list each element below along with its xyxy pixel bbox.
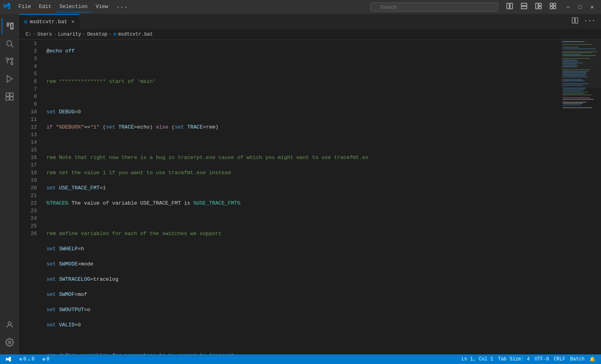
status-vscode-logo[interactable] bbox=[3, 354, 14, 364]
breadcrumb: C: › Users › Lunarity › Desktop › ⊞ msdt… bbox=[19, 29, 601, 40]
ln-4: 4 bbox=[22, 62, 37, 70]
status-position[interactable]: Ln 1, Col 1 bbox=[459, 354, 496, 364]
menu-view[interactable]: View bbox=[93, 2, 111, 12]
ln-11: 11 bbox=[22, 116, 37, 123]
ln-21: 21 bbox=[22, 192, 37, 199]
status-errors[interactable]: ⊗ 0 ⚠ 0 bbox=[17, 354, 37, 364]
split-editor-button[interactable] bbox=[569, 16, 581, 27]
svg-rect-5 bbox=[539, 3, 541, 6]
code-line-10: set USE_TRACE_FMT=1 bbox=[46, 184, 558, 192]
ln-16: 16 bbox=[22, 154, 37, 161]
breadcrumb-file-icon: ⊞ bbox=[113, 31, 117, 38]
bell-icon: 🔔 bbox=[589, 356, 595, 362]
code-line-20 bbox=[46, 336, 558, 344]
svg-point-25 bbox=[8, 341, 11, 344]
svg-marker-19 bbox=[7, 76, 12, 82]
status-encoding[interactable]: UTF-8 bbox=[532, 354, 551, 364]
main-layout: ⊞ msdtcvtr.bat × ··· C: › Users › Lunari… bbox=[0, 14, 601, 354]
svg-point-13 bbox=[6, 58, 9, 60]
activity-extensions[interactable] bbox=[2, 88, 18, 105]
tab-close-button[interactable]: × bbox=[71, 19, 75, 25]
layout-action-4[interactable] bbox=[547, 1, 559, 13]
breadcrumb-lunarity[interactable]: Lunarity bbox=[58, 32, 81, 37]
svg-rect-7 bbox=[550, 3, 553, 6]
more-actions-button[interactable]: ··· bbox=[581, 16, 598, 27]
ln-12: 12 bbox=[22, 123, 37, 131]
svg-rect-2 bbox=[521, 3, 527, 6]
breadcrumb-users[interactable]: Users bbox=[38, 32, 52, 37]
breadcrumb-desktop[interactable]: Desktop bbox=[87, 32, 107, 37]
ln-25: 25 bbox=[22, 222, 37, 230]
svg-line-12 bbox=[11, 45, 13, 47]
menu-selection[interactable]: Selection bbox=[56, 2, 91, 12]
ln-1: 1 bbox=[22, 40, 37, 47]
layout-action-2[interactable] bbox=[518, 1, 530, 13]
code-content[interactable]: @echo off rem *************** start of '… bbox=[43, 40, 561, 354]
code-line-19: set VALID=0 bbox=[46, 321, 558, 329]
activity-account[interactable] bbox=[2, 317, 18, 333]
search-container: 🔍 bbox=[370, 2, 498, 12]
editor-tab[interactable]: ⊞ msdtcvtr.bat × bbox=[19, 14, 79, 29]
titlebar-actions bbox=[503, 1, 559, 13]
error-count: 0 bbox=[23, 356, 26, 362]
menu-edit[interactable]: Edit bbox=[36, 2, 54, 12]
ln-23: 23 bbox=[22, 207, 37, 215]
layout-action-1[interactable] bbox=[503, 1, 516, 13]
ln-15: 15 bbox=[22, 146, 37, 154]
code-line-7 bbox=[46, 139, 558, 146]
breadcrumb-file[interactable]: msdtcvtr.bat bbox=[118, 32, 153, 37]
ln-24: 24 bbox=[22, 215, 37, 222]
svg-rect-26 bbox=[572, 18, 575, 23]
code-line-9: rem set the value 1 if you want to use t… bbox=[46, 169, 558, 177]
code-line-16: set SWTRACELOG=tracelog bbox=[46, 276, 558, 283]
menu-bar: File Edit Selection View ··· bbox=[15, 2, 131, 12]
ln-3: 3 bbox=[22, 55, 37, 62]
ln-6: 6 bbox=[22, 78, 37, 85]
menu-file[interactable]: File bbox=[15, 2, 34, 12]
code-line-14: set SWHELP=h bbox=[46, 245, 558, 253]
status-line-endings[interactable]: CRLF bbox=[551, 354, 568, 364]
status-tab-size[interactable]: Tab Size: 4 bbox=[496, 354, 532, 364]
status-language[interactable]: Batch bbox=[568, 354, 587, 364]
svg-rect-0 bbox=[507, 3, 509, 9]
svg-point-24 bbox=[8, 322, 11, 325]
code-line-21: rem define variables for parameters to b… bbox=[46, 352, 558, 354]
code-line-3: rem *************** start of 'main' bbox=[46, 78, 558, 85]
ln-7: 7 bbox=[22, 85, 37, 93]
ln-8: 8 bbox=[22, 93, 37, 101]
status-right: Ln 1, Col 1 Tab Size: 4 UTF-8 CRLF Batch… bbox=[459, 354, 598, 364]
search-input[interactable] bbox=[370, 2, 498, 12]
ln-18: 18 bbox=[22, 169, 37, 177]
close-button[interactable]: ✕ bbox=[587, 2, 598, 13]
code-line-1: @echo off bbox=[46, 47, 558, 55]
activity-source-control[interactable] bbox=[2, 53, 18, 69]
svg-rect-3 bbox=[521, 6, 527, 9]
layout-action-3[interactable] bbox=[532, 1, 545, 13]
error-icon: ⊗ bbox=[19, 356, 22, 362]
language-label: Batch bbox=[570, 356, 585, 362]
ln-9: 9 bbox=[22, 101, 37, 108]
warning-icon: ⚠ bbox=[27, 356, 30, 362]
status-remote[interactable]: ⊛ 0 bbox=[40, 354, 52, 364]
svg-rect-22 bbox=[6, 97, 9, 100]
ln-22: 22 bbox=[22, 199, 37, 207]
menu-more[interactable]: ··· bbox=[113, 2, 131, 12]
activity-run[interactable] bbox=[2, 71, 18, 87]
svg-rect-20 bbox=[6, 93, 9, 96]
breadcrumb-drive[interactable]: C: bbox=[26, 32, 31, 37]
minimap bbox=[561, 40, 601, 354]
svg-rect-27 bbox=[575, 18, 578, 23]
activity-search[interactable] bbox=[2, 36, 18, 52]
code-line-12 bbox=[46, 215, 558, 222]
activity-explorer[interactable] bbox=[2, 18, 18, 34]
code-line-2 bbox=[46, 62, 558, 70]
minimize-button[interactable]: ─ bbox=[563, 2, 574, 13]
status-bar: ⊗ 0 ⚠ 0 ⊛ 0 Ln 1, Col 1 Tab Size: 4 UTF-… bbox=[0, 354, 601, 364]
activity-settings[interactable] bbox=[2, 334, 18, 350]
status-left: ⊗ 0 ⚠ 0 ⊛ 0 bbox=[3, 354, 52, 364]
position-label: Ln 1, Col 1 bbox=[462, 356, 493, 362]
maximize-button[interactable]: □ bbox=[575, 2, 586, 13]
svg-rect-4 bbox=[536, 3, 538, 9]
ln-26: 26 bbox=[22, 230, 37, 237]
status-notifications[interactable]: 🔔 bbox=[587, 354, 598, 364]
